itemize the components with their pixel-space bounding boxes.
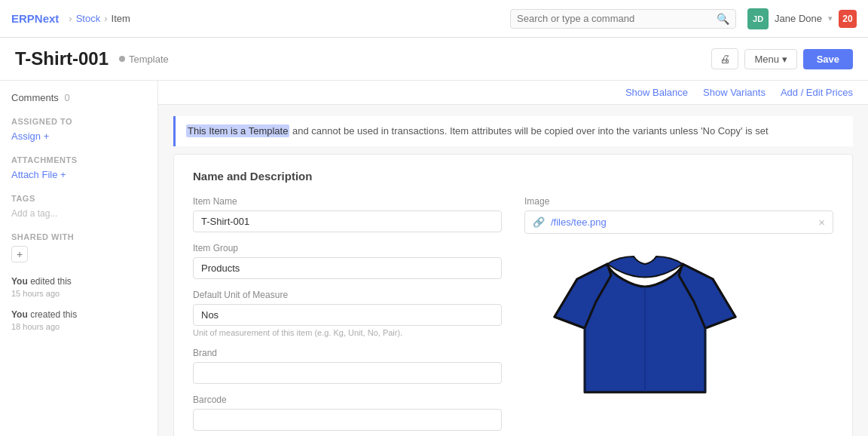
activity-desc-1: edited this	[30, 276, 72, 287]
sidebar: Comments 0 ASSIGNED TO Assign + ATTACHME…	[0, 81, 158, 436]
breadcrumb-stock[interactable]: Stock	[76, 13, 101, 24]
breadcrumb-sep-1: ›	[69, 13, 72, 24]
add-edit-prices-link[interactable]: Add / Edit Prices	[781, 87, 853, 98]
unit-hint: Unit of measurement of this item (e.g. K…	[193, 328, 502, 337]
form-card: Name and Description Item Name Item Grou…	[173, 154, 853, 437]
unit-label: Default Unit of Measure	[193, 290, 502, 300]
main-layout: Comments 0 ASSIGNED TO Assign + ATTACHME…	[0, 81, 868, 436]
activity-item-1: You edited this	[11, 276, 146, 287]
print-button[interactable]: 🖨	[711, 48, 738, 69]
activity-actor-2: You	[11, 309, 28, 320]
shared-with-section: SHARED WITH +	[11, 232, 146, 263]
tshirt-illustration	[524, 241, 766, 407]
content-area: Show Balance Show Variants Add / Edit Pr…	[158, 81, 868, 436]
status-label: Template	[129, 54, 169, 65]
shared-with-label: SHARED WITH	[11, 232, 146, 241]
unit-input[interactable]	[193, 304, 502, 326]
save-button[interactable]: Save	[803, 49, 853, 69]
attachments-section: ATTACHMENTS Attach File +	[11, 155, 146, 180]
tags-section: TAGS Add a tag...	[11, 194, 146, 219]
assigned-to-label: ASSIGNED TO	[11, 117, 146, 126]
show-balance-link[interactable]: Show Balance	[625, 87, 688, 98]
search-input[interactable]	[517, 13, 717, 24]
template-notice: This Item is a Template and cannot be us…	[173, 116, 853, 146]
brand-group: Brand	[193, 348, 502, 384]
comments-label: Comments	[11, 92, 59, 103]
item-name-input[interactable]	[193, 210, 502, 232]
brand-label: Brand	[193, 348, 502, 358]
status-dot	[119, 56, 125, 62]
brand-logo[interactable]: ERPNext	[11, 12, 59, 25]
barcode-group: Barcode	[193, 395, 502, 431]
search-bar: 🔍	[510, 9, 736, 29]
activity-time-2: 18 hours ago	[11, 322, 146, 331]
comments-section: Comments 0	[11, 92, 146, 103]
form-section-title: Name and Description	[193, 170, 833, 183]
action-bar: Show Balance Show Variants Add / Edit Pr…	[158, 81, 868, 105]
avatar: JD	[747, 8, 769, 29]
activity-section: You edited this 15 hours ago You created…	[11, 276, 146, 331]
navbar: ERPNext › Stock › Item 🔍 JD Jane Done ▾ …	[0, 0, 868, 38]
notification-badge[interactable]: 20	[839, 10, 857, 28]
comments-count: 0	[64, 92, 69, 103]
unit-group: Default Unit of Measure Unit of measurem…	[193, 290, 502, 337]
add-shared-button[interactable]: +	[11, 246, 28, 263]
chevron-down-icon: ▾	[828, 14, 833, 23]
notice-rest: and cannot be used in transactions. Item…	[289, 125, 768, 137]
item-group-input[interactable]	[193, 257, 502, 279]
item-group-group: Item Group	[193, 243, 502, 279]
image-close-button[interactable]: ×	[818, 216, 825, 229]
page-header-actions: 🖨 Menu ▾ Save	[711, 48, 853, 69]
activity-time-1: 15 hours ago	[11, 289, 146, 298]
menu-button[interactable]: Menu ▾	[744, 49, 796, 69]
breadcrumb-item: Item	[112, 13, 130, 24]
link-icon: 🔗	[533, 216, 545, 228]
barcode-input[interactable]	[193, 409, 502, 431]
activity-item-2: You created this	[11, 309, 146, 320]
image-link-text[interactable]: /files/tee.png	[551, 216, 607, 228]
tags-label: TAGS	[11, 194, 146, 203]
status-badge: Template	[119, 54, 169, 65]
activity-desc-2: created this	[30, 309, 77, 320]
show-variants-link[interactable]: Show Variants	[703, 87, 766, 98]
item-name-label: Item Name	[193, 196, 502, 207]
item-group-label: Item Group	[193, 243, 502, 253]
attach-file-button[interactable]: Attach File +	[11, 169, 66, 180]
breadcrumb-sep-2: ›	[104, 13, 107, 24]
page-header: T-Shirt-001 Template 🖨 Menu ▾ Save	[0, 38, 868, 81]
image-label: Image	[524, 196, 833, 207]
brand-input[interactable]	[193, 362, 502, 384]
user-name-label: Jane Done	[775, 13, 822, 24]
assigned-to-section: ASSIGNED TO Assign +	[11, 117, 146, 142]
item-name-group: Item Name	[193, 196, 502, 232]
barcode-label: Barcode	[193, 395, 502, 405]
image-link-row: 🔗 /files/tee.png ×	[524, 210, 833, 234]
image-section: Image 🔗 /files/tee.png ×	[524, 196, 833, 234]
page-title: T-Shirt-001	[15, 48, 108, 69]
tshirt-image	[539, 241, 750, 407]
user-menu[interactable]: JD Jane Done ▾	[747, 8, 833, 29]
attachments-label: ATTACHMENTS	[11, 155, 146, 164]
assign-button[interactable]: Assign +	[11, 130, 49, 142]
search-icon: 🔍	[717, 13, 729, 25]
activity-actor-1: You	[11, 276, 28, 287]
notice-highlighted: This Item is a Template	[186, 124, 289, 137]
add-tag-input[interactable]: Add a tag...	[11, 208, 57, 219]
